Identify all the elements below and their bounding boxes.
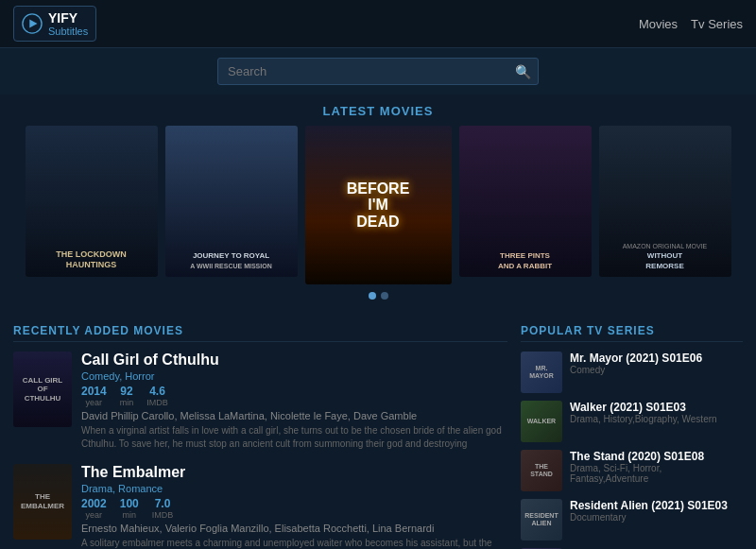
movie-meta-embalmer: 2002 year 100 min 7.0 IMDB [81, 497, 507, 520]
tv-thumb-mr-mayor[interactable]: MR.MAYOR [521, 352, 562, 393]
meta-year-cthulhu: 2014 year [81, 385, 107, 407]
meta-imdb-cthulhu: 4.6 IMDB [146, 385, 168, 407]
tv-row-alien: RESIDENTALIEN Resident Alien (2021) S01E… [521, 499, 743, 540]
movie-thumb-cthulhu[interactable]: CALL GIRLOFCTHULHU [13, 352, 72, 427]
movie-cast-cthulhu: David Phillip Carollo, Melissa LaMartina… [81, 410, 507, 421]
carousel-dot-2[interactable] [381, 292, 388, 300]
nav-links: Movies Tv Series [639, 17, 743, 31]
carousel-dot-1[interactable] [369, 292, 376, 300]
tv-genre-walker: Drama, History,Biography, Western [570, 414, 717, 424]
meta-imdb-embalmer: 7.0 IMDB [152, 497, 174, 520]
meta-year-embalmer: 2002 year [81, 497, 107, 520]
movie-desc-embalmer: A solitary embalmer meets a charming and… [81, 537, 507, 549]
latest-movies-title: LATEST MOVIES [13, 104, 743, 118]
poster-lockdown-label: THE LOCKDOWNHAUNTINGS [56, 249, 127, 271]
tv-thumb-walker[interactable]: WALKER [521, 401, 562, 442]
meta-mins-embalmer: 100 min [120, 497, 139, 520]
tv-row-walker: WALKER Walker (2021) S01E03 Drama, Histo… [521, 401, 743, 442]
movie-info-cthulhu: Call Girl of Cthulhu Comedy, Horror 2014… [81, 352, 507, 453]
popular-tv-section: POPULAR TV SERIES MR.MAYOR Mr. Mayor (20… [521, 324, 743, 549]
poster-lockdown[interactable]: THE LOCKDOWNHAUNTINGS [26, 126, 158, 277]
search-bar-container: 🔍 [0, 48, 756, 94]
movie-row-cthulhu: CALL GIRLOFCTHULHU Call Girl of Cthulhu … [13, 352, 507, 453]
movie-posters-row: THE LOCKDOWNHAUNTINGS JOURNEY TO ROYALA … [13, 126, 743, 284]
movie-cast-embalmer: Ernesto Mahieux, Valerio Foglia Manzillo… [81, 523, 507, 534]
logo-yify-text: YIFY [48, 10, 88, 26]
movie-row-embalmer: THEEMBALMER The Embalmer Drama, Romance … [13, 464, 507, 549]
svg-marker-1 [29, 19, 37, 27]
right-sidebar: POPULAR TV SERIES MR.MAYOR Mr. Mayor (20… [521, 324, 743, 549]
movie-genre-cthulhu: Comedy, Horror [81, 370, 507, 382]
logo-sub-text: Subtitles [48, 26, 88, 37]
tv-genre-mr-mayor: Comedy [570, 365, 702, 375]
tv-genre-stand: Drama, Sci-Fi, Horror, Fantasy,Adventure [570, 463, 743, 484]
main-content: RECENTLY ADDED MOVIES CALL GIRLOFCTHULHU… [0, 315, 756, 549]
tv-row-stand: THESTAND The Stand (2020) S01E08 Drama, … [521, 450, 743, 491]
popular-tv-title: POPULAR TV SERIES [521, 324, 743, 342]
movie-title-cthulhu[interactable]: Call Girl of Cthulhu [81, 352, 507, 369]
search-icon[interactable]: 🔍 [515, 64, 531, 79]
poster-three-pints[interactable]: THREE PINTSAND A RABBIT [459, 126, 592, 277]
recently-added-section: RECENTLY ADDED MOVIES CALL GIRLOFCTHULHU… [13, 324, 521, 549]
poster-journey[interactable]: JOURNEY TO ROYALA WWII RESCUE MISSION [165, 126, 298, 277]
search-wrapper: 🔍 [217, 58, 539, 85]
search-input[interactable] [217, 58, 539, 85]
tv-title-stand[interactable]: The Stand (2020) S01E08 [570, 450, 743, 463]
poster-remorse-amazon-label: AMAZON ORIGINAL MOVIE [623, 243, 708, 249]
tv-thumb-alien[interactable]: RESIDENTALIEN [521, 499, 562, 540]
carousel-dots [13, 292, 743, 300]
poster-three-pints-label: THREE PINTSAND A RABBIT [498, 251, 552, 271]
poster-before-im-dead[interactable]: BEFOREI'MDEAD [305, 126, 452, 284]
movie-info-embalmer: The Embalmer Drama, Romance 2002 year 10… [81, 464, 507, 549]
movie-desc-cthulhu: When a virginal artist falls in love wit… [81, 424, 507, 453]
poster-without-remorse[interactable]: AMAZON ORIGINAL MOVIE WITHOUTREMORSE [599, 126, 731, 277]
logo[interactable]: YIFY Subtitles [13, 6, 96, 42]
poster-journey-label: JOURNEY TO ROYALA WWII RESCUE MISSION [190, 251, 271, 271]
movie-genre-embalmer: Drama, Romance [81, 483, 507, 494]
poster-remorse-label: WITHOUTREMORSE [645, 251, 683, 271]
nav-movies[interactable]: Movies [639, 17, 678, 31]
poster-before-im-dead-label: BEFOREI'MDEAD [347, 180, 410, 231]
movie-title-embalmer[interactable]: The Embalmer [81, 464, 507, 481]
latest-movies-section: LATEST MOVIES THE LOCKDOWNHAUNTINGS JOUR… [0, 94, 756, 315]
tv-thumb-stand[interactable]: THESTAND [521, 450, 562, 491]
tv-row-mr-mayor: MR.MAYOR Mr. Mayor (2021) S01E06 Comedy [521, 352, 743, 393]
recently-added-title: RECENTLY ADDED MOVIES [13, 324, 507, 342]
movie-thumb-embalmer[interactable]: THEEMBALMER [13, 464, 72, 540]
tv-title-alien[interactable]: Resident Alien (2021) S01E03 [570, 499, 728, 512]
header: YIFY Subtitles Movies Tv Series [0, 0, 756, 48]
logo-icon [22, 13, 43, 34]
meta-mins-cthulhu: 92 min [120, 385, 134, 407]
nav-tv-series[interactable]: Tv Series [691, 17, 743, 31]
movie-meta-cthulhu: 2014 year 92 min 4.6 IMDB [81, 385, 507, 407]
tv-title-walker[interactable]: Walker (2021) S01E03 [570, 401, 717, 414]
tv-genre-alien: Documentary [570, 512, 728, 523]
tv-title-mr-mayor[interactable]: Mr. Mayor (2021) S01E06 [570, 352, 702, 365]
